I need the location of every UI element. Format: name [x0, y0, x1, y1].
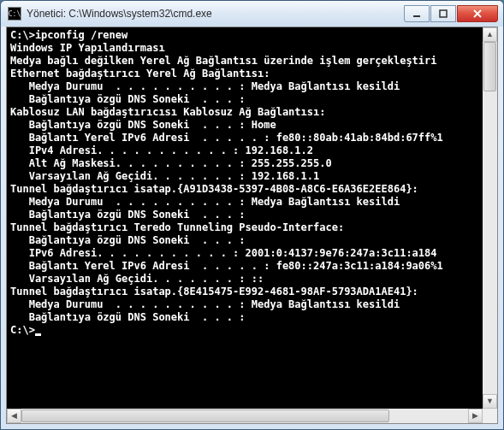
chevron-left-icon: ◀ — [11, 412, 17, 420]
console-line: Bağlantıya özgü DNS Soneki . . . : — [10, 209, 479, 221]
console-line: Bağlantıya özgü DNS Soneki . . . : — [10, 234, 479, 247]
console-line: IPv4 Adresi. . . . . . . . . . . : 192.1… — [10, 144, 479, 157]
console-line: C:\> — [10, 324, 479, 337]
console-line: Tunnel bağdaştırıcı Teredo Tunneling Pse… — [10, 221, 479, 234]
horizontal-scroll-track[interactable] — [21, 409, 468, 423]
console-line: Tunnel bağdaştırıcı isatap.{8E415475-E99… — [10, 286, 479, 298]
cmd-icon: C:\ — [8, 7, 21, 21]
console-line: Ethernet bağdaştırıcı Yerel Ağ Bağlantıs… — [10, 68, 479, 80]
console-line: Bağlantıya özgü DNS Soneki . . . : Home — [10, 119, 479, 132]
titlebar[interactable]: C:\ Yönetici: C:\Windows\system32\cmd.ex… — [1, 1, 503, 27]
console-line: Tunnel bağdaştırıcı isatap.{A91D3438-539… — [10, 183, 479, 196]
console-line: Alt Ağ Maskesi. . . . . . . . . . : 255.… — [10, 157, 479, 170]
cursor — [35, 333, 41, 336]
console-output[interactable]: C:\>ipconfig /renewWindows IP Yapılandır… — [7, 27, 483, 409]
cmd-window: C:\ Yönetici: C:\Windows\system32\cmd.ex… — [0, 0, 504, 430]
horizontal-scrollbar[interactable]: ◀ ▶ — [7, 409, 483, 423]
console-line: C:\>ipconfig /renew — [10, 29, 479, 42]
console-line: Windows IP Yapılandırması — [10, 42, 479, 55]
scroll-left-button[interactable]: ◀ — [7, 409, 21, 423]
maximize-button[interactable] — [430, 5, 456, 22]
minimize-icon — [412, 9, 421, 18]
maximize-icon — [439, 9, 448, 18]
console-line: Varsayılan Ağ Geçidi. . . . . . . : 192.… — [10, 170, 479, 183]
window-title: Yönetici: C:\Windows\system32\cmd.exe — [27, 8, 403, 20]
console-line: Bağlantı Yerel IPv6 Adresi . . . . . : f… — [10, 260, 479, 273]
horizontal-scroll-thumb[interactable] — [21, 409, 389, 422]
console-line: Kablosuz LAN bağdaştırıcısı Kablosuz Ağ … — [10, 106, 479, 119]
chevron-right-icon: ▶ — [472, 412, 478, 420]
vertical-scroll-thumb[interactable] — [483, 42, 496, 91]
console-line: Bağlantıya özgü DNS Soneki . . . : — [10, 311, 479, 324]
minimize-button[interactable] — [404, 5, 430, 22]
svg-rect-1 — [440, 10, 447, 17]
console-line: Bağlantı Yerel IPv6 Adresi . . . . . : f… — [10, 132, 479, 144]
close-button[interactable] — [457, 5, 498, 22]
console-line: Medya bağlı değilken Yerel Ağ Bağlantısı… — [10, 55, 479, 68]
window-controls — [403, 5, 498, 22]
console-line: Medya Durumu . . . . . . . . . . : Medya… — [10, 80, 479, 93]
close-icon — [472, 9, 483, 18]
svg-rect-0 — [413, 15, 420, 17]
console-line: Medya Durumu . . . . . . . . . . : Medya… — [10, 196, 479, 209]
console-line: Bağlantıya özgü DNS Soneki . . . : — [10, 93, 479, 106]
scrollbar-corner — [483, 409, 497, 423]
scroll-down-button[interactable]: ▼ — [483, 394, 497, 409]
chevron-down-icon: ▼ — [486, 398, 494, 405]
console-line: Varsayılan Ağ Geçidi. . . . . . . : :: — [10, 273, 479, 286]
console-area: C:\>ipconfig /renewWindows IP Yapılandır… — [6, 27, 498, 424]
vertical-scroll-track[interactable] — [483, 42, 497, 394]
scroll-up-button[interactable]: ▲ — [483, 27, 497, 42]
scroll-right-button[interactable]: ▶ — [468, 409, 483, 423]
console-line: IPv6 Adresi. . . . . . . . . . . : 2001:… — [10, 247, 479, 260]
console-line: Medya Durumu . . . . . . . . . . : Medya… — [10, 298, 479, 311]
chevron-up-icon: ▲ — [486, 31, 494, 38]
vertical-scrollbar[interactable]: ▲ ▼ — [483, 27, 497, 409]
